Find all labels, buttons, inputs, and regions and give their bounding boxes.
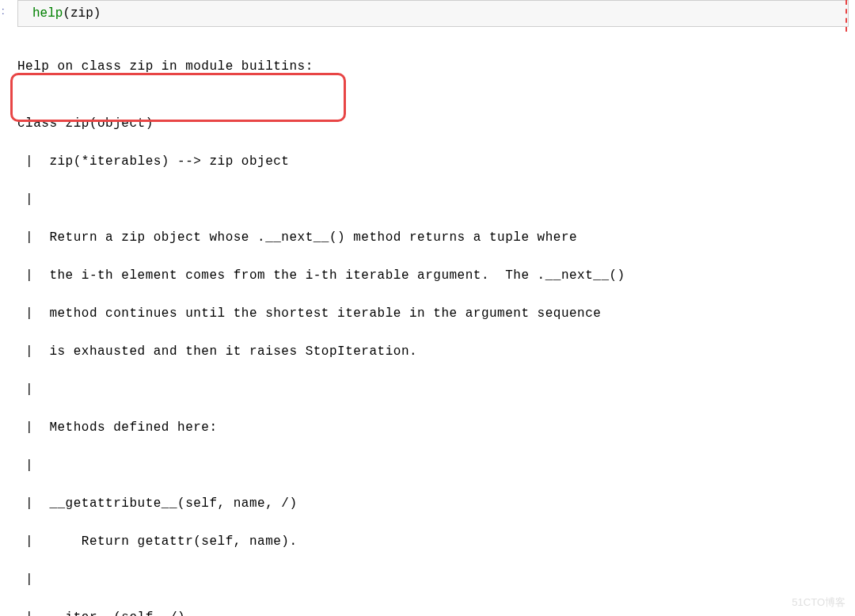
output-line: | <box>17 570 855 589</box>
output-line: | __iter__(self, /) <box>17 608 855 616</box>
close-paren: ) <box>93 6 101 21</box>
open-paren: ( <box>63 6 70 21</box>
output-line: | is exhausted and then it raises StopIt… <box>17 342 855 361</box>
output-line: | method continues until the shortest it… <box>17 304 855 323</box>
function-arg: zip <box>70 6 93 21</box>
cell-prompt-indicator: : <box>2 3 5 19</box>
cell-boundary-marker <box>846 0 847 32</box>
output-line: Help on class zip in module builtins: <box>17 57 855 76</box>
watermark-text: 51CTO博客 <box>792 595 846 610</box>
output-line: | Return a zip object whose .__next__() … <box>17 228 855 247</box>
output-line: | <box>17 380 855 399</box>
code-line: help(zip) <box>32 4 842 23</box>
output-line: | <box>17 456 855 475</box>
output-line: | Methods defined here: <box>17 418 855 437</box>
output-line: | the i-th element comes from the i-th i… <box>17 266 855 285</box>
cell-output: Help on class zip in module builtins: cl… <box>0 38 855 616</box>
output-line: class zip(object) <box>17 114 855 133</box>
output-line: | __getattribute__(self, name, /) <box>17 494 855 513</box>
function-name: help <box>32 6 63 21</box>
code-input-cell[interactable]: help(zip) <box>17 0 849 27</box>
output-line: | <box>17 190 855 209</box>
output-line: | zip(*iterables) --> zip object <box>17 152 855 171</box>
output-line: | Return getattr(self, name). <box>17 532 855 551</box>
